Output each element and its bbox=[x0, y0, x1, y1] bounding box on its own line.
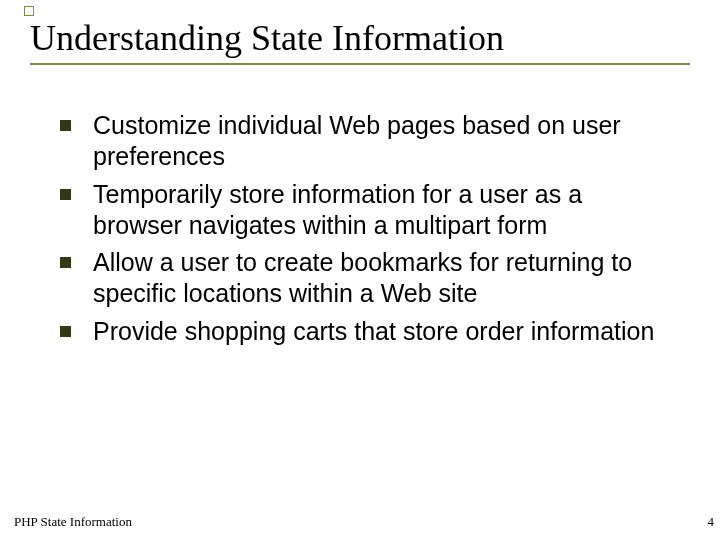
list-item: Customize individual Web pages based on … bbox=[60, 110, 670, 173]
list-item: Allow a user to create bookmarks for ret… bbox=[60, 247, 670, 310]
list-item: Provide shopping carts that store order … bbox=[60, 316, 670, 347]
list-item-text: Allow a user to create bookmarks for ret… bbox=[93, 247, 670, 310]
page-number: 4 bbox=[708, 514, 715, 530]
square-bullet-icon bbox=[60, 120, 71, 131]
square-bullet-icon bbox=[60, 257, 71, 268]
list-item-text: Provide shopping carts that store order … bbox=[93, 316, 670, 347]
square-bullet-icon bbox=[60, 189, 71, 200]
list-item-text: Temporarily store information for a user… bbox=[93, 179, 670, 242]
accent-square bbox=[24, 6, 34, 16]
title-block: Understanding State Information bbox=[30, 18, 690, 65]
slide-title: Understanding State Information bbox=[30, 18, 690, 59]
slide: Understanding State Information Customiz… bbox=[0, 0, 720, 540]
list-item-text: Customize individual Web pages based on … bbox=[93, 110, 670, 173]
bullet-list: Customize individual Web pages based on … bbox=[60, 110, 670, 353]
title-underline bbox=[30, 63, 690, 65]
footer-text: PHP State Information bbox=[14, 514, 132, 530]
square-bullet-icon bbox=[60, 326, 71, 337]
list-item: Temporarily store information for a user… bbox=[60, 179, 670, 242]
